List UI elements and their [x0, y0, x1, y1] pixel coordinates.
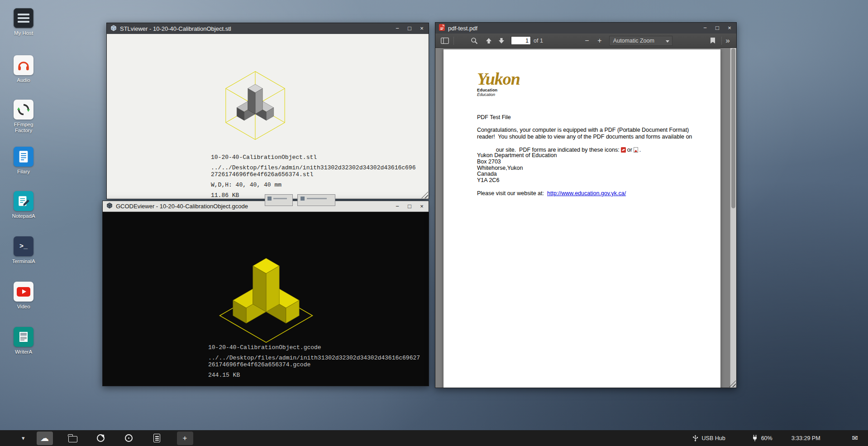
bookmark-button[interactable]	[707, 35, 719, 46]
gcode-viewer-window: GCODEviewer - 10-20-40-CalibrationObject…	[102, 201, 429, 386]
search-button[interactable]	[468, 35, 480, 46]
gcode-filepath: 26174696f6e4f626a656374.gcode	[208, 361, 420, 368]
stl-filename: 10-20-40-CalibrationObject.stl	[211, 154, 415, 161]
window-title: GCODEviewer - 10-20-40-CalibrationObject…	[116, 203, 248, 210]
pdf-page: Yukon Education Éducation PDF Test File …	[444, 49, 720, 388]
gcode-3d-model	[207, 248, 325, 350]
envelope-icon[interactable]: ✉	[852, 434, 858, 442]
website-link[interactable]: http://www.education.gov.yk.ca/	[547, 190, 626, 197]
stl-window-titlebar[interactable]: STLviewer - 10-20-40-CalibrationObject.s…	[107, 23, 429, 34]
pdf-viewer-window: pdf-test.pdf − □ × of 1 − +	[435, 22, 737, 388]
zoom-in-button[interactable]: +	[594, 35, 606, 46]
desktop-icon-terminala[interactable]: >_ TerminalA	[5, 236, 43, 264]
minimize-button[interactable]: −	[702, 25, 708, 31]
battery-label: 60%	[761, 435, 773, 441]
more-tools-button[interactable]: »	[722, 35, 734, 46]
stl-filepath: 2726174696f6e4f626a656374.stl	[211, 171, 415, 178]
usb-icon	[692, 435, 699, 441]
background-window-fragment	[265, 194, 293, 206]
pdf-form-icon	[634, 147, 638, 154]
sidebar-toggle-button[interactable]	[439, 35, 451, 46]
gcode-viewport[interactable]: 10-20-40-CalibrationObject.gcode ../../D…	[103, 212, 429, 386]
battery-status[interactable]: 60%	[752, 435, 773, 441]
terminal-icon: >_	[14, 236, 33, 256]
taskbar-item-host[interactable]: ☁	[37, 432, 53, 445]
stl-dimensions: W,D,H: 40, 40, 40 mm	[211, 182, 415, 188]
stl-3d-model	[221, 69, 290, 142]
close-button[interactable]: ×	[419, 25, 425, 32]
headphones-icon	[14, 55, 33, 75]
maximize-button[interactable]: □	[406, 25, 413, 32]
next-page-button[interactable]	[496, 35, 507, 46]
document-page-icon	[153, 434, 160, 442]
minimize-button[interactable]: −	[394, 25, 401, 32]
desktop-icon-notepada[interactable]: NotepadA	[5, 191, 43, 219]
maximize-button[interactable]: □	[406, 203, 413, 210]
writer-document-icon	[14, 327, 33, 347]
toolbar-separator	[453, 37, 454, 45]
desktop-icon-label: TerminalA	[9, 259, 38, 264]
page-number-input[interactable]	[511, 36, 531, 45]
acrobat-pdf-icon	[621, 147, 626, 154]
window-title: pdf-test.pdf	[448, 25, 477, 32]
pdf-scrollbar[interactable]	[730, 48, 736, 388]
taskbar-item-stlviewer[interactable]	[93, 432, 109, 445]
circular-arrows-icon	[14, 100, 33, 120]
close-button[interactable]: ×	[726, 25, 733, 31]
notepad-pencil-icon	[14, 191, 33, 211]
resize-grip[interactable]	[421, 192, 428, 198]
desktop-icon-label: My Host	[9, 30, 38, 36]
desktop-icon-audio[interactable]: Audio	[5, 55, 43, 83]
clock: 3:33:29 PM	[792, 435, 820, 441]
cloud-icon: ☁	[40, 434, 49, 442]
usb-hub-label: USB Hub	[702, 435, 725, 441]
new-window-button[interactable]: +	[177, 432, 193, 445]
taskbar-item-gcodeviewer[interactable]	[121, 432, 137, 445]
previous-page-button[interactable]	[483, 35, 495, 46]
folder-icon	[68, 436, 77, 442]
stl-viewer-window: STLviewer - 10-20-40-CalibrationObject.s…	[106, 23, 429, 199]
desktop-icon-video[interactable]: Video	[5, 282, 43, 310]
gcode-filename: 10-20-40-CalibrationObject.gcode	[208, 344, 420, 351]
chevron-down-icon	[666, 40, 669, 43]
desktop-icon-filary[interactable]: Filary	[5, 147, 43, 175]
scrollbar-thumb[interactable]	[731, 48, 735, 208]
pdf-address-block: Yukon Department of Education Box 2703 W…	[477, 153, 557, 184]
background-window-fragment	[297, 194, 335, 206]
circular-app-icon	[97, 434, 105, 442]
yukon-logo: Yukon Education Éducation	[477, 71, 520, 97]
stl-filepath: ../../Desktop/files/admin/inith31302d323…	[211, 164, 415, 171]
desktop-icon-label: Video	[9, 304, 38, 310]
taskbar-collapse-button[interactable]: ▾	[22, 435, 25, 441]
desktop-icon-label: FFmpeg Factory	[9, 122, 38, 134]
maximize-button[interactable]: □	[714, 25, 720, 31]
close-button[interactable]: ×	[419, 203, 425, 210]
desktop-icon-label: Filary	[9, 169, 38, 175]
stl-app-icon	[110, 25, 117, 33]
pdf-app-icon	[439, 24, 445, 32]
gcode-app-icon	[106, 202, 113, 210]
window-title: STLviewer - 10-20-40-CalibrationObject.s…	[120, 25, 231, 32]
document-icon	[14, 147, 33, 167]
taskbar: ▾ ☁ +	[0, 430, 868, 446]
taskbar-item-files[interactable]	[65, 432, 81, 445]
zoom-out-button[interactable]: −	[581, 35, 593, 46]
desktop-icon-writera[interactable]: WriterA	[5, 327, 43, 355]
zoom-select-value: Automatic Zoom	[613, 38, 654, 44]
pdf-website-line: Please visit our website at:http://www.e…	[477, 190, 626, 197]
gcode-filesize: 244.15 KB	[208, 372, 420, 379]
desktop-icon-ffmpeg-factory[interactable]: FFmpeg Factory	[5, 100, 43, 134]
gcode-filepath: ../../Desktop/files/admin/inith31302d323…	[208, 355, 420, 361]
usb-hub-status[interactable]: USB Hub	[692, 435, 725, 441]
play-button-icon	[14, 282, 33, 302]
stl-viewport[interactable]: 10-20-40-CalibrationObject.stl ../../Des…	[107, 34, 429, 199]
yukon-logo-wordmark: Yukon	[477, 71, 520, 86]
pdf-document-heading: PDF Test File	[477, 114, 511, 120]
page-count-label: of 1	[534, 38, 543, 44]
minimize-button[interactable]: −	[394, 203, 401, 210]
taskbar-item-pdf[interactable]	[149, 432, 165, 445]
zoom-select[interactable]: Automatic Zoom	[609, 36, 672, 46]
desktop-icon-my-host[interactable]: My Host	[5, 8, 43, 36]
pdf-content-area: Yukon Education Éducation PDF Test File …	[435, 48, 736, 388]
pdf-window-titlebar[interactable]: pdf-test.pdf − □ ×	[435, 23, 736, 34]
